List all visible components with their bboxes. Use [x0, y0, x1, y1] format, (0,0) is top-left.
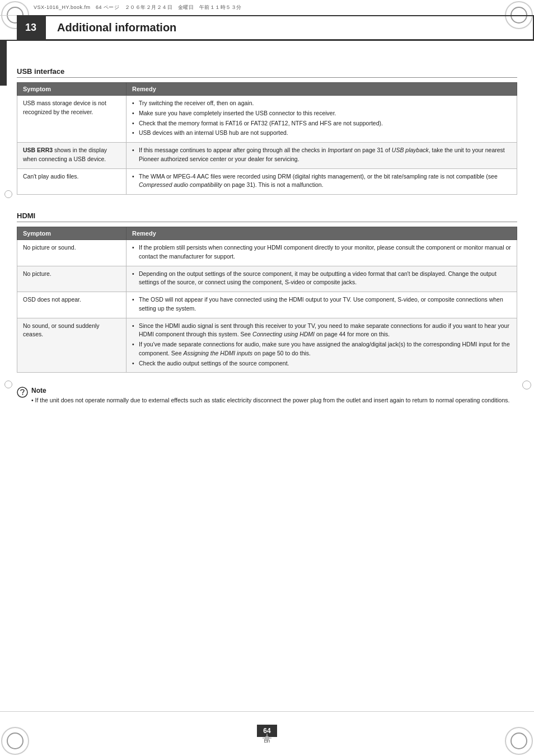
- spiral-mark-1: [4, 190, 12, 198]
- note-content: Note • If the unit does not operate norm…: [31, 387, 509, 405]
- header-text: VSX-1016_HY.book.fm 64 ページ ２０６年２月２４日 金曜日…: [34, 4, 242, 11]
- usb-col-remedy: Remedy: [127, 83, 517, 96]
- hdmi-symptom-4: No sound, or sound suddenly ceases.: [17, 318, 127, 373]
- usb-symptom-2: USB ERR3 shows in the display when conne…: [17, 143, 127, 169]
- usb-remedy-1: Try switching the receiver off, then on …: [127, 96, 517, 143]
- note-section: Note • If the unit does not operate norm…: [17, 387, 517, 405]
- table-row: OSD does not appear. The OSD will not ap…: [17, 292, 517, 318]
- hdmi-symptom-2: No picture.: [17, 266, 127, 292]
- note-icon: [17, 387, 28, 398]
- usb-col-symptom: Symptom: [17, 83, 127, 96]
- usb-remedy-2: If this message continues to appear afte…: [127, 143, 517, 169]
- header-strip: VSX-1016_HY.book.fm 64 ページ ２０６年２月２４日 金曜日…: [0, 0, 534, 16]
- chapter-number: 13: [17, 15, 45, 40]
- usb-table: Symptom Remedy USB mass storage device i…: [17, 82, 517, 195]
- hdmi-remedy-1: If the problem still persists when conne…: [127, 240, 517, 266]
- left-sidebar-strip: [0, 41, 7, 86]
- hdmi-table: Symptom Remedy No picture or sound. If t…: [17, 227, 517, 373]
- hdmi-remedy-3: The OSD will not appear if you have conn…: [127, 292, 517, 318]
- note-text: • If the unit does not operate normally …: [31, 396, 509, 405]
- chapter-title: Additional information: [57, 21, 176, 34]
- usb-remedy-3: The WMA or MPEG-4 AAC files were recorde…: [127, 168, 517, 195]
- table-row: No picture. Depending on the output sett…: [17, 266, 517, 292]
- svg-point-0: [17, 387, 27, 397]
- usb-symptom-1: USB mass storage device is not recognize…: [17, 96, 127, 143]
- right-mid-decoration: [522, 381, 531, 389]
- main-content: USB interface Symptom Remedy USB mass st…: [17, 50, 517, 711]
- hdmi-symptom-3: OSD does not appear.: [17, 292, 127, 318]
- table-row: USB ERR3 shows in the display when conne…: [17, 143, 517, 169]
- spiral-mark-2: [4, 381, 12, 388]
- bottom-crosshair: [261, 732, 273, 744]
- usb-symptom-3: Can't play audio files.: [17, 168, 127, 195]
- usb-section-heading: USB interface: [17, 67, 517, 78]
- table-row: No picture or sound. If the problem stil…: [17, 240, 517, 266]
- chapter-header: 13 Additional information: [0, 16, 534, 41]
- table-row: No sound, or sound suddenly ceases. Sinc…: [17, 318, 517, 373]
- hdmi-symptom-1: No picture or sound.: [17, 240, 127, 266]
- hdmi-remedy-2: Depending on the output settings of the …: [127, 266, 517, 292]
- chapter-title-box: Additional information: [45, 15, 534, 40]
- hdmi-remedy-4: Since the HDMI audio signal is sent thro…: [127, 318, 517, 373]
- note-title: Note: [31, 387, 509, 395]
- svg-point-1: [22, 394, 24, 395]
- table-row: USB mass storage device is not recognize…: [17, 96, 517, 143]
- hdmi-col-remedy: Remedy: [127, 227, 517, 240]
- hdmi-col-symptom: Symptom: [17, 227, 127, 240]
- footer: 64 En: [0, 711, 534, 756]
- table-row: Can't play audio files. The WMA or MPEG-…: [17, 168, 517, 195]
- hdmi-section-heading: HDMI: [17, 212, 517, 222]
